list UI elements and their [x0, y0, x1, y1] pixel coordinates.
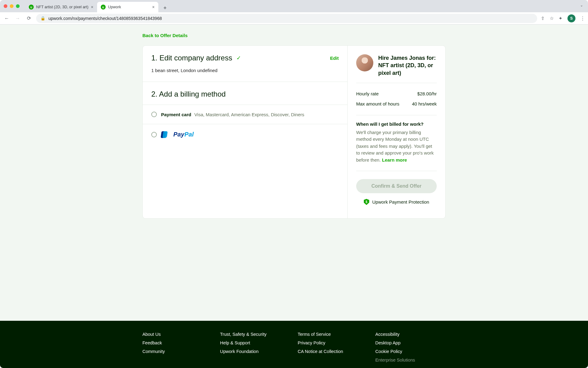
- paypal-mark-icon: [161, 131, 168, 138]
- footer-col: Terms of Service Privacy Policy CA Notic…: [298, 330, 368, 364]
- tab-close-icon[interactable]: ×: [152, 5, 155, 10]
- learn-more-link[interactable]: Learn more: [382, 157, 407, 163]
- billing-option-card[interactable]: Payment card Visa, Mastercard, American …: [143, 105, 347, 124]
- summary-value: $28.00/hr: [417, 91, 437, 96]
- radio-icon: [151, 112, 157, 117]
- footer-link-enterprise[interactable]: Enterprise Solutions: [375, 356, 446, 364]
- footer-link-foundation[interactable]: Upwork Foundation: [220, 347, 291, 356]
- footer-link-privacy[interactable]: Privacy Policy: [298, 339, 368, 347]
- footer-col: Accessibility Desktop App Cookie Policy …: [375, 330, 446, 364]
- footer-link-feedback[interactable]: Feedback: [142, 339, 213, 347]
- billing-info: When will I get billed for work? We'll c…: [356, 115, 437, 171]
- back-to-offer-link[interactable]: Back to Offer Details: [142, 33, 188, 38]
- site-footer: About Us Feedback Community Trust, Safet…: [0, 321, 588, 368]
- tab-title: Upwork: [108, 5, 150, 9]
- bookmark-icon[interactable]: ☆: [550, 16, 554, 21]
- kebab-menu-icon[interactable]: ⋮: [580, 16, 585, 21]
- paypal-logo: PayPal: [173, 131, 194, 138]
- tab-nft-artist[interactable]: u NFT artist (2D, 3D, or pixel art) ×: [25, 2, 97, 12]
- tab-close-icon[interactable]: ×: [91, 5, 93, 10]
- step-company-address: 1. Edit company address ✓ Edit 1 bean st…: [143, 46, 347, 82]
- step-title-text: 2. Add a billing method: [151, 90, 226, 98]
- window-maximize-button[interactable]: [16, 4, 20, 8]
- toolbar-actions: ⇧ ☆ ✦ S ⋮: [541, 14, 585, 22]
- footer-col: Trust, Safety & Security Help & Support …: [220, 330, 291, 364]
- lock-icon: 🔒: [40, 16, 45, 21]
- option-label: Payment card: [161, 112, 191, 117]
- window-controls: [4, 4, 20, 8]
- window-close-button[interactable]: [4, 4, 7, 8]
- upwork-favicon-icon: u: [101, 5, 106, 10]
- step-title-text: 1. Edit company address: [151, 54, 232, 62]
- footer-link-terms[interactable]: Terms of Service: [298, 330, 368, 339]
- footer-link-trust[interactable]: Trust, Safety & Security: [220, 330, 291, 339]
- tab-strip: u NFT artist (2D, 3D, or pixel art) × u …: [0, 0, 588, 12]
- footer-link-help[interactable]: Help & Support: [220, 339, 291, 347]
- checkout-steps: 1. Edit company address ✓ Edit 1 bean st…: [143, 46, 347, 218]
- summary-row-hours: Max amount of hours 40 hrs/week: [356, 99, 437, 109]
- billing-options: Payment card Visa, Mastercard, American …: [143, 105, 347, 145]
- shield-icon: $: [364, 199, 369, 205]
- spacer: [143, 145, 347, 218]
- edit-address-link[interactable]: Edit: [330, 56, 339, 61]
- order-summary: Hire James Jonas for: NFT artist (2D, 3D…: [347, 46, 445, 218]
- forward-button[interactable]: →: [14, 16, 21, 21]
- footer-link-cookie[interactable]: Cookie Policy: [375, 347, 446, 356]
- checkout-card: 1. Edit company address ✓ Edit 1 bean st…: [142, 45, 446, 219]
- tabs: u NFT artist (2D, 3D, or pixel art) × u …: [25, 0, 169, 12]
- footer-link-about[interactable]: About Us: [142, 330, 213, 339]
- address-bar[interactable]: 🔒 upwork.com/nx/payments/checkout/148085…: [36, 14, 537, 23]
- extensions-icon[interactable]: ✦: [559, 16, 563, 21]
- window-minimize-button[interactable]: [10, 4, 13, 8]
- page: Hire James Jonas Back to Offer Details 1…: [0, 25, 588, 368]
- summary-rows: Hourly rate $28.00/hr Max amount of hour…: [356, 83, 437, 115]
- browser-toolbar: ← → ⟳ 🔒 upwork.com/nx/payments/checkout/…: [0, 12, 588, 25]
- payment-protection: $ Upwork Payment Protection: [356, 199, 437, 205]
- confirm-send-offer-button[interactable]: Confirm & Send Offer: [356, 179, 437, 193]
- footer-link-ca-notice[interactable]: CA Notice at Collection: [298, 347, 368, 356]
- billing-option-paypal[interactable]: PayPal: [143, 124, 347, 145]
- freelancer-avatar: [356, 54, 373, 71]
- billing-question: When will I get billed for work?: [356, 121, 437, 127]
- page-title: Hire James Jonas: [142, 25, 446, 29]
- footer-col: About Us Feedback Community: [142, 330, 213, 364]
- summary-row-rate: Hourly rate $28.00/hr: [356, 89, 437, 99]
- browser-window: u NFT artist (2D, 3D, or pixel art) × u …: [0, 0, 588, 368]
- checkmark-icon: ✓: [236, 55, 241, 61]
- footer-link-community[interactable]: Community: [142, 347, 213, 356]
- new-tab-button[interactable]: +: [161, 4, 169, 12]
- summary-value: 40 hrs/week: [412, 101, 437, 106]
- url-text: upwork.com/nx/payments/checkout/14808593…: [48, 16, 162, 21]
- summary-title: Hire James Jonas for: NFT artist (2D, 3D…: [378, 54, 437, 77]
- radio-icon: [151, 132, 157, 137]
- footer-link-accessibility[interactable]: Accessibility: [375, 330, 446, 339]
- tab-title: NFT artist (2D, 3D, or pixel art): [36, 5, 89, 9]
- tabs-dropdown-icon[interactable]: ⌄: [580, 3, 583, 7]
- share-icon[interactable]: ⇧: [541, 16, 545, 21]
- profile-avatar[interactable]: S: [567, 14, 575, 22]
- back-button[interactable]: ←: [3, 16, 10, 21]
- upwork-favicon-icon: u: [29, 5, 34, 10]
- summary-label: Max amount of hours: [356, 101, 399, 106]
- payment-protection-label: Upwork Payment Protection: [372, 199, 429, 205]
- tab-upwork[interactable]: u Upwork ×: [97, 2, 158, 12]
- option-sublabel: Visa, Mastercard, American Express, Disc…: [194, 112, 304, 117]
- reload-button[interactable]: ⟳: [25, 15, 32, 21]
- summary-label: Hourly rate: [356, 91, 379, 96]
- footer-link-desktop-app[interactable]: Desktop App: [375, 339, 446, 347]
- step-billing-method: 2. Add a billing method: [143, 82, 347, 105]
- company-address-text: 1 bean street, London undefined: [151, 68, 339, 73]
